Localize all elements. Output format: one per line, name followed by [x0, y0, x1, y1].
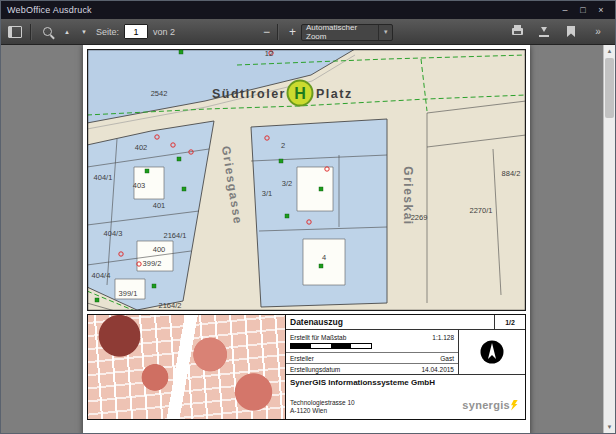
company-block: SynerGIS Informationssysteme GmbH Techno…	[286, 375, 525, 419]
parcel-label: 404/4	[92, 271, 111, 280]
cadastral-map-svg: HSüdtirolerPlatzGriesgasseGrieskai122542…	[87, 49, 526, 311]
map-sheet-footer: Datenauszug 1/2 Erstellt für Maßstab 1:1…	[87, 314, 526, 420]
parcel-label: 2542	[151, 89, 168, 98]
parcel-label: 3/2	[282, 179, 292, 188]
sidebar-toggle-button[interactable]	[5, 22, 25, 42]
parcel-label: 2164/2	[159, 301, 182, 310]
sheet-page-number: 1/2	[494, 315, 525, 329]
parcel-label: 401	[153, 201, 166, 210]
overview-map	[87, 314, 286, 420]
vertical-scrollbar[interactable]: ▲ ▼	[603, 45, 615, 433]
place-label: Südtiroler	[212, 87, 286, 101]
window-titlebar: WebOffice Ausdruck – □ ×	[1, 1, 615, 19]
scale-label: Erstellt für Maßstab	[290, 334, 346, 341]
cadastral-map: HSüdtirolerPlatzGriesgasseGrieskai122542…	[87, 49, 526, 311]
green-point-symbol	[182, 187, 186, 191]
pdf-viewer-area[interactable]: HSüdtirolerPlatzGriesgasseGrieskai122542…	[1, 45, 615, 433]
chevron-double-icon: »	[595, 27, 601, 37]
toolbar-separator	[30, 24, 32, 40]
parcel-label: 2	[281, 141, 285, 150]
data-extract-rows: Erstellt für Maßstab 1:1.128 Ersteller G…	[286, 330, 458, 374]
print-button[interactable]	[507, 22, 527, 42]
previous-page-button[interactable]: ▲	[60, 22, 74, 42]
green-point-symbol	[279, 159, 283, 163]
green-point-symbol	[319, 187, 323, 191]
green-point-symbol	[179, 50, 183, 54]
address-line-1: Technologiestrasse 10	[290, 399, 355, 407]
date-row: Erstellungsdatum 14.04.2015	[286, 364, 458, 374]
scroll-up-button[interactable]: ▲	[604, 45, 615, 57]
north-arrow-icon	[477, 337, 507, 367]
scale-bar	[290, 343, 372, 349]
address-line-2: A-1120 Wien	[290, 407, 355, 415]
bookmark-icon	[567, 26, 575, 37]
window-title: WebOffice Ausdruck	[7, 5, 557, 15]
scroll-down-button[interactable]: ▼	[604, 421, 615, 433]
zoom-controls: − + Automatischer Zoom ▾	[257, 19, 393, 45]
green-point-symbol	[152, 284, 156, 288]
print-icon	[512, 28, 523, 35]
parcel-label: 404/3	[104, 229, 123, 238]
green-point-symbol	[285, 214, 289, 218]
place-label: Platz	[316, 87, 353, 101]
page-count-label: von 2	[153, 27, 175, 37]
green-point-symbol	[145, 169, 149, 173]
creator-row: Ersteller Gast	[286, 353, 458, 364]
zoom-out-button[interactable]: −	[257, 23, 273, 41]
zoom-select[interactable]: Automatischer Zoom ▾	[301, 24, 393, 41]
minimize-button[interactable]: –	[557, 4, 573, 17]
north-arrow-cell	[458, 330, 525, 374]
sidebar-icon	[8, 26, 22, 38]
parcel-label: 2164/1	[164, 231, 187, 240]
synergis-logo: synergis	[462, 399, 518, 411]
parcel-label: 399/2	[143, 259, 162, 268]
green-point-symbol	[177, 157, 181, 161]
parcel-label: 2269	[411, 213, 428, 222]
parcel-label: 884/2	[502, 169, 521, 178]
parcel-label: 403	[133, 181, 146, 190]
date-value: 14.04.2015	[421, 366, 454, 373]
pdf-toolbar: ▲ ▼ Seite: von 2 − + Automatischer Zoom …	[1, 19, 615, 45]
data-extract-title: Datenauszug	[286, 315, 494, 329]
company-name: SynerGIS Informationssysteme GmbH	[290, 378, 521, 387]
lightning-icon	[511, 400, 518, 411]
bookmark-button[interactable]	[561, 22, 581, 42]
zoom-in-button[interactable]: +	[283, 23, 299, 41]
date-label: Erstellungsdatum	[290, 366, 340, 373]
page-label: Seite:	[96, 27, 119, 37]
data-extract-header: Datenauszug 1/2	[286, 315, 525, 330]
download-icon	[539, 27, 549, 37]
company-address: Technologiestrasse 10 A-1120 Wien	[290, 399, 355, 415]
chevron-down-icon: ▾	[378, 25, 392, 40]
next-page-button[interactable]: ▼	[77, 22, 91, 42]
application-window: WebOffice Ausdruck – □ × ▲ ▼ Seite: von …	[0, 0, 616, 434]
maximize-button[interactable]: □	[575, 4, 591, 17]
window-controls: – □ ×	[557, 4, 609, 17]
page-number-input[interactable]	[124, 24, 148, 39]
parcel-label: 400	[153, 245, 166, 254]
zoom-select-value: Automatischer Zoom	[306, 23, 378, 41]
parcel-label: 4	[322, 253, 326, 262]
parcel-label: 404/1	[94, 173, 113, 182]
green-point-symbol	[95, 298, 99, 302]
pdf-page: HSüdtirolerPlatzGriesgasseGrieskai122542…	[83, 45, 530, 433]
parcel-label: 399/1	[119, 289, 138, 298]
synergis-logo-text: synergis	[462, 399, 510, 411]
close-button[interactable]: ×	[593, 4, 609, 17]
creator-value: Gast	[440, 355, 454, 362]
data-extract-box: Datenauszug 1/2 Erstellt für Maßstab 1:1…	[286, 314, 526, 420]
parcel-label: 2270/1	[470, 206, 493, 215]
more-tools-button[interactable]: »	[588, 22, 608, 42]
download-button[interactable]	[534, 22, 554, 42]
green-point-symbol	[319, 264, 323, 268]
creator-label: Ersteller	[290, 355, 314, 362]
scrollbar-thumb[interactable]	[605, 58, 614, 118]
parcel-label: 3/1	[262, 189, 272, 198]
parcel-label: 402	[135, 143, 148, 152]
toolbar-right-group: »	[507, 22, 611, 42]
data-extract-body: Erstellt für Maßstab 1:1.128 Ersteller G…	[286, 330, 525, 375]
scale-row: Erstellt für Maßstab 1:1.128	[286, 330, 458, 353]
transit-stop-letter: H	[294, 85, 306, 102]
find-button[interactable]	[37, 22, 57, 42]
scale-value: 1:1.128	[432, 334, 454, 341]
